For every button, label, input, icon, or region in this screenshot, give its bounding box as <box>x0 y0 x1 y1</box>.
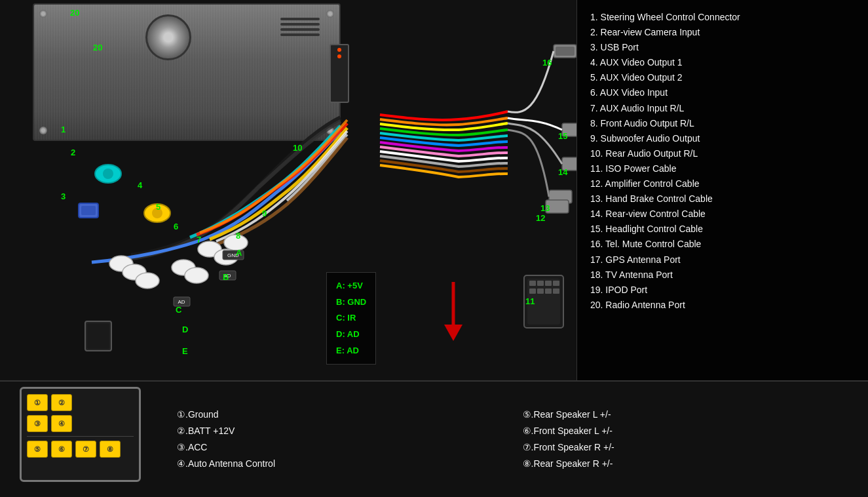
svg-rect-25 <box>553 281 559 286</box>
diagram-label-B: B <box>223 272 229 282</box>
iso-connector-diagram: ① ② ③ ④ ⑤ ⑥ ⑦ ⑧ <box>20 387 151 492</box>
svg-text:AD: AD <box>178 299 185 305</box>
svg-rect-14 <box>554 45 576 58</box>
component-item-16: 16. Tel. Mute Control Cable <box>590 237 855 252</box>
bottom-connector-section: ① ② ③ ④ ⑤ ⑥ ⑦ ⑧ ①.Ground ②.BATT +12V ③ <box>0 380 868 497</box>
component-item-4: 4. AUX Video Output 1 <box>590 55 855 70</box>
svg-point-3 <box>172 260 195 275</box>
svg-rect-26 <box>529 288 536 294</box>
diagram-label-16: 16 <box>542 58 552 68</box>
component-item-1: 1. Steering Wheel Control Connector <box>590 10 855 25</box>
a-label: A: +5V <box>336 278 366 294</box>
bottom-labels: ①.Ground ②.BATT +12V ③.ACC ④.Auto Antenn… <box>151 400 868 479</box>
diagram-label-2: 2 <box>71 148 75 157</box>
component-item-5: 5. AUX Video Output 2 <box>590 70 855 85</box>
pin-6: ⑥ <box>51 441 72 458</box>
pin-5-label: ⑤.Rear Speaker L +/- <box>523 407 842 423</box>
diagram-label-7: 7 <box>197 235 201 245</box>
main-connector <box>330 44 349 103</box>
screw <box>326 10 334 18</box>
diagram-label-14: 14 <box>558 167 567 177</box>
diagram-label-E: E <box>182 346 188 356</box>
pin-row-3: ⑤ ⑥ ⑦ ⑧ <box>27 441 134 458</box>
cooling-fan <box>145 14 191 60</box>
diagram-label-8: 8 <box>236 231 240 241</box>
svg-point-0 <box>109 256 133 271</box>
pin-7-label: ⑦.Front Speaker R +/- <box>523 439 842 456</box>
pin-1: ① <box>27 394 48 411</box>
pin-row-1: ① ② <box>27 394 134 411</box>
screw <box>39 10 47 18</box>
diagram-label-1: 1 <box>61 125 66 134</box>
c-label: C: IR <box>336 310 366 327</box>
pin-3: ③ <box>27 415 48 432</box>
diagram-label-5: 5 <box>156 202 160 212</box>
b-label: B: GND <box>336 294 366 311</box>
svg-point-6 <box>214 249 238 265</box>
diagram-label-C: C <box>176 305 181 315</box>
pin-1-label: ①.Ground <box>177 407 497 423</box>
pin-4: ④ <box>51 415 72 432</box>
component-item-18: 18. TV Antenna Port <box>590 268 855 283</box>
diagram-label-11: 11 <box>525 296 535 306</box>
diagram-label-6: 6 <box>174 222 178 231</box>
pin-8-label: ⑧.Rear Speaker R +/- <box>523 456 842 472</box>
diagram-label-D: D <box>182 325 188 334</box>
vent-slots <box>280 18 320 36</box>
svg-rect-18 <box>549 190 572 203</box>
pin-row-2: ③ ④ <box>27 415 134 432</box>
pin-2-label: ②.BATT +12V <box>177 423 497 439</box>
svg-rect-38 <box>85 321 111 351</box>
diagram-label-10: 10 <box>293 143 302 153</box>
diagram-label-4: 4 <box>138 180 142 190</box>
svg-rect-12 <box>79 203 98 218</box>
label-20: 20 <box>70 8 79 18</box>
component-item-14: 14. Rear-view Control Cable <box>590 207 855 222</box>
svg-point-4 <box>185 268 208 283</box>
component-list: 1. Steering Wheel Control Connector2. Re… <box>576 0 868 380</box>
svg-rect-39 <box>87 323 109 349</box>
svg-rect-28 <box>545 288 552 294</box>
svg-point-1 <box>123 264 146 280</box>
diagram-label-3: 3 <box>61 191 66 201</box>
pin-divider <box>27 436 134 437</box>
diagram-label-A: A <box>236 248 242 258</box>
diagram-label-20: 20 <box>93 43 102 52</box>
svg-marker-31 <box>444 325 462 341</box>
component-item-19: 19. IPOD Port <box>590 283 855 298</box>
pin-2: ② <box>51 394 72 411</box>
svg-rect-27 <box>537 288 544 294</box>
component-item-11: 11. ISO Power Cable <box>590 161 855 176</box>
diagram-label-13: 13 <box>540 203 550 213</box>
bottom-labels-right: ⑤.Rear Speaker L +/- ⑥.Front Speaker L +… <box>523 407 842 473</box>
component-item-7: 7. AUX Audio Input R/L <box>590 101 855 116</box>
component-item-13: 13. Hand Brake Control Cable <box>590 191 855 207</box>
pin-5: ⑤ <box>27 441 48 458</box>
main-diagram-area: 20 <box>0 0 868 380</box>
svg-point-9 <box>103 169 113 179</box>
component-item-20: 20. Radio Antenna Port <box>590 298 855 313</box>
connector-box: ① ② ③ ④ ⑤ ⑥ ⑦ ⑧ <box>20 387 141 482</box>
e-label: E: AD <box>336 343 366 359</box>
component-item-9: 9. Subwoofer Audio Output <box>590 131 855 146</box>
diagram-label-9: 9 <box>262 209 267 218</box>
svg-rect-23 <box>537 281 544 286</box>
component-item-10: 10. Rear Audio Output R/L <box>590 146 855 161</box>
device-back-panel: 20 <box>33 3 341 141</box>
svg-rect-24 <box>545 281 552 286</box>
component-item-3: 3. USB Port <box>590 40 855 55</box>
component-item-6: 6. AUX Video Input <box>590 85 855 100</box>
svg-point-5 <box>198 241 221 257</box>
svg-rect-13 <box>81 206 96 215</box>
pin-8: ⑧ <box>100 441 121 458</box>
pin-7: ⑦ <box>75 441 96 458</box>
svg-rect-15 <box>556 47 575 56</box>
screw <box>326 127 334 134</box>
component-item-17: 17. GPS Antenna Port <box>590 252 855 268</box>
connector-descriptions: A: +5V B: GND C: IR D: AD E: AD <box>326 272 376 365</box>
bottom-labels-left: ①.Ground ②.BATT +12V ③.ACC ④.Auto Antenn… <box>177 407 497 473</box>
component-item-12: 12. Amplifier Control Cable <box>590 176 855 191</box>
component-item-8: 8. Front Audio Output R/L <box>590 116 855 131</box>
pin-6-label: ⑥.Front Speaker L +/- <box>523 423 842 439</box>
svg-rect-22 <box>529 281 536 286</box>
